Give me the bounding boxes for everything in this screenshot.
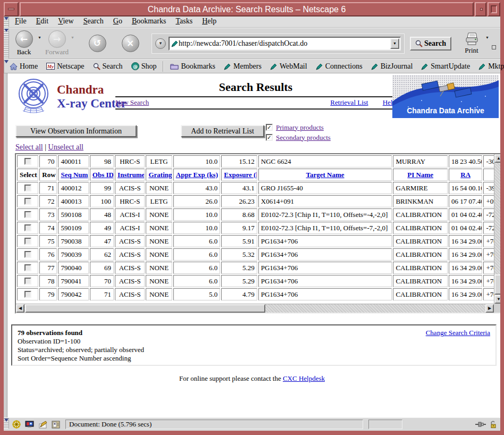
menu-bookmarks[interactable]: Bookmarks: [127, 16, 171, 27]
horizontal-scroll-thumb[interactable]: [25, 304, 265, 313]
navigator-wheel-icon[interactable]: [12, 420, 21, 429]
toolbar-collapse-box[interactable]: [492, 45, 496, 49]
bookmark-bizjournal[interactable]: BizJournal: [367, 62, 417, 71]
row-select-checkbox[interactable]: [24, 238, 31, 245]
bookmark-search[interactable]: Search: [89, 62, 127, 71]
sort-header-grating[interactable]: Grating: [148, 171, 172, 179]
print-dropdown[interactable]: ▼: [485, 36, 491, 40]
vertical-scrollbar[interactable]: ▲ ▼: [494, 154, 500, 304]
row-cell: 75: [39, 235, 57, 247]
row-select-checkbox[interactable]: [24, 185, 31, 191]
row-select-checkbox[interactable]: [24, 251, 31, 258]
bookmark-netscape[interactable]: MyNetscape: [42, 62, 88, 71]
row-select-checkbox[interactable]: [24, 198, 31, 205]
observations-found: 79 observations found: [18, 329, 490, 337]
header-divider-top: [115, 96, 396, 97]
window-menu-button[interactable]: [4, 2, 19, 16]
row-select-checkbox[interactable]: [24, 291, 31, 298]
back-dropdown[interactable]: ▼: [38, 36, 43, 40]
bookmark-mktplace[interactable]: Mktplace: [474, 62, 504, 71]
bookmark-connections[interactable]: Connections: [312, 62, 367, 71]
row-select-checkbox[interactable]: [24, 211, 31, 218]
row-select-checkbox[interactable]: [24, 224, 31, 231]
mail-component-icon[interactable]: [25, 421, 34, 429]
composer-pen-icon[interactable]: [38, 421, 47, 429]
forward-dropdown[interactable]: ▼: [71, 36, 76, 40]
product-checkbox[interactable]: ✓: [266, 134, 273, 141]
appr-cell: 26.0: [173, 195, 221, 207]
menu-file[interactable]: File: [10, 16, 31, 27]
view-observation-info-button[interactable]: View Observation Information: [15, 125, 137, 137]
menu-search[interactable]: Search: [79, 16, 108, 27]
dec-cell: -72 01 55: [483, 208, 494, 221]
menubar-grippy[interactable]: [4, 16, 9, 27]
scroll-up-button[interactable]: ▲: [494, 154, 500, 163]
offline-plug-icon[interactable]: [475, 421, 486, 428]
sort-header-ra[interactable]: RA: [460, 171, 471, 179]
menu-tasks[interactable]: Tasks: [171, 16, 197, 27]
reload-button[interactable]: ↺: [83, 35, 111, 52]
minimize-button[interactable]: [475, 2, 486, 16]
maximize-button[interactable]: [488, 2, 500, 16]
menu-go[interactable]: Go: [108, 16, 127, 27]
bookmark-webmail[interactable]: WebMail: [266, 62, 312, 71]
sort-header-instrument[interactable]: Instrument: [117, 171, 145, 179]
url-bar[interactable]: http://newcda:7001/chaser/dispatchOcat.d…: [169, 37, 401, 51]
horizontal-scrollbar[interactable]: ◀ ▶: [16, 304, 494, 313]
table-row: 7359010848ACIS-INONE10.08.68E0102-72.3 […: [17, 208, 494, 221]
bookmark-label: Bookmarks: [181, 62, 215, 71]
forward-button[interactable]: → Forward: [43, 30, 71, 56]
product-link[interactable]: Primary products: [276, 123, 324, 132]
scrollbar-corner: [494, 304, 500, 313]
product-link[interactable]: Secondary products: [276, 133, 331, 142]
print-button[interactable]: Print: [458, 32, 485, 55]
retrieval-list-link[interactable]: Retrieval List: [330, 98, 368, 106]
sort-header-seq-num[interactable]: Seq Num: [61, 171, 88, 179]
select-all-link[interactable]: Select all: [15, 143, 43, 151]
results-table-viewport: 7040001198HRC-SLETG10.015.12NGC 6624MURR…: [16, 154, 494, 304]
row-cell: 71: [39, 182, 57, 194]
menu-view[interactable]: View: [53, 16, 79, 27]
scroll-right-button[interactable]: ▶: [485, 304, 494, 313]
sort-header-appr-exp-ks[interactable]: Appr Exp (ks): [176, 171, 218, 179]
menu-help[interactable]: Help: [197, 16, 221, 27]
bookmark-label: Mktplace: [488, 62, 504, 71]
row-select-checkbox[interactable]: [24, 278, 31, 285]
bookmark-home[interactable]: Home: [5, 62, 42, 71]
header-cell: Instrument: [115, 169, 145, 181]
cxc-helpdesk-link[interactable]: CXC Helpdesk: [283, 374, 325, 382]
menu-edit[interactable]: Edit: [31, 16, 53, 27]
navbar-grippy[interactable]: [4, 28, 9, 58]
statusbar-grippy[interactable]: [4, 418, 9, 429]
url-history-dropdown[interactable]: ▼: [155, 38, 166, 49]
row-select-checkbox[interactable]: [24, 158, 31, 165]
vertical-scroll-thumb[interactable]: [494, 274, 500, 295]
pi-cell: CALIBRATION: [393, 262, 448, 274]
unselect-all-link[interactable]: Unselect all: [48, 143, 83, 151]
bookmark-members[interactable]: Members: [220, 62, 266, 71]
stop-button[interactable]: ×: [116, 35, 144, 52]
ra-cell: 01 04 02.40: [449, 208, 482, 221]
search-button[interactable]: Search: [410, 37, 451, 51]
personal-toolbar-grippy[interactable]: [4, 60, 4, 73]
scroll-left-button[interactable]: ◀: [16, 304, 24, 313]
sidebar-handle[interactable]: [4, 73, 7, 417]
sort-header-exposure-ks[interactable]: Exposure (ks): [224, 171, 257, 179]
row-select-checkbox[interactable]: [24, 264, 31, 271]
sort-header-obs-id[interactable]: Obs ID: [93, 171, 114, 179]
url-dropdown-button[interactable]: ▼: [390, 38, 399, 49]
address-book-icon[interactable]: [52, 421, 60, 429]
bookmark-bookmarks[interactable]: Bookmarks: [166, 62, 220, 71]
security-unlocked-icon[interactable]: [489, 421, 497, 429]
back-button[interactable]: ← Back: [10, 30, 38, 56]
personal-toolbar-items: HomeMyNetscapeSearch@ShopBookmarksMember…: [5, 61, 504, 72]
sort-header-pi-name[interactable]: PI Name: [407, 171, 433, 179]
bookmark-smartupdate[interactable]: SmartUpdate: [417, 62, 474, 71]
add-to-retrieval-list-button[interactable]: Add to Retrieval List: [181, 125, 264, 137]
scroll-down-button[interactable]: ▼: [494, 295, 500, 304]
sort-header-target-name[interactable]: Target Name: [306, 171, 345, 179]
product-checkbox[interactable]: ✓: [266, 124, 273, 131]
bookmark-shop[interactable]: @Shop: [127, 62, 161, 71]
change-search-criteria-link[interactable]: Change Search Criteria: [426, 329, 490, 337]
new-search-link[interactable]: New Search: [115, 98, 149, 106]
